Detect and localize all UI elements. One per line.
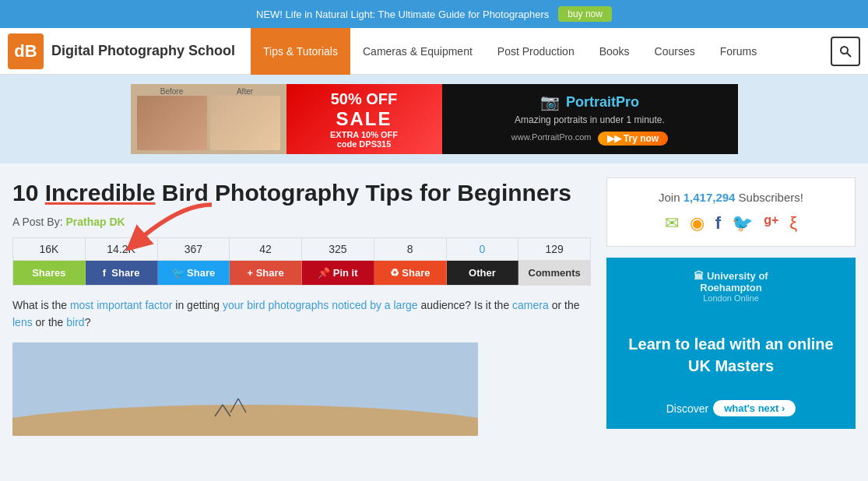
sale-ad[interactable]: 50% OFF SALE EXTRA 10% OFF code DPS315 — [286, 84, 442, 154]
portrait-ad[interactable]: 📷 PortraitPro Amazing portraits in under… — [442, 84, 738, 154]
nav-books[interactable]: Books — [587, 28, 642, 75]
svg-line-1 — [847, 53, 851, 57]
uni-subtitle: London Online — [694, 293, 768, 303]
subscribe-count: 1,417,294 — [684, 191, 736, 204]
nav-tips-tutorials[interactable]: Tips & Tutorials — [251, 28, 350, 75]
author-label: A Post By: — [12, 216, 63, 228]
sale-percent: 50% OFF — [331, 90, 398, 108]
site-logo[interactable]: dB — [8, 33, 44, 69]
count-stumble: 8 — [374, 238, 447, 260]
subscribe-text: Join 1,417,294 Subscribers! — [620, 191, 842, 204]
comments-button[interactable]: Comments — [518, 261, 590, 285]
article-image-svg — [12, 342, 478, 436]
email-icon[interactable]: ✉ — [665, 213, 679, 233]
sidebar-university-ad[interactable]: 🏛 University ofRoehampton London Online … — [606, 258, 856, 429]
intro-link-lens[interactable]: lens — [12, 316, 33, 328]
rss-icon[interactable]: ◉ — [690, 213, 705, 233]
subscribe-suffix: Subscribers! — [735, 191, 803, 204]
facebook-share-button[interactable]: f Share — [86, 261, 158, 285]
svg-point-0 — [841, 47, 848, 54]
intro-link-bird2[interactable]: bird — [66, 316, 84, 328]
count-pinterest: 325 — [302, 238, 374, 260]
stumble-share-button[interactable]: ♻ Share — [374, 261, 447, 285]
twitter-icon[interactable]: 🐦 — [732, 213, 753, 233]
before-after-ad[interactable]: Before After — [131, 84, 286, 154]
nav-links: Tips & Tutorials Cameras & Equipment Pos… — [251, 28, 831, 75]
shares-button[interactable]: Shares — [13, 261, 86, 285]
site-name: Digital Photography School — [51, 43, 235, 59]
share-counts: 16K 14.2K 367 42 325 8 0 129 — [13, 238, 590, 261]
banner-text: NEW! Life in Natural Light: The Ultimate… — [256, 9, 549, 20]
count-other: 0 — [447, 238, 519, 260]
nav-courses[interactable]: Courses — [642, 28, 708, 75]
stumbleupon-icon[interactable]: ξ — [789, 213, 797, 233]
nav-forums[interactable]: Forums — [708, 28, 769, 75]
search-icon[interactable] — [831, 37, 860, 66]
twitter-share-button[interactable]: 🐦 Share — [158, 261, 230, 285]
sale-code: code DPS315 — [337, 139, 392, 149]
sale-extra: EXTRA 10% OFF — [330, 130, 398, 139]
author-name[interactable]: Prathap DK — [65, 216, 125, 228]
uni-main-text: Learn to lead with an online UK Masters — [619, 333, 843, 377]
intro-link-camera[interactable]: camera — [512, 299, 549, 311]
main-content: 10 Incredible Bird Photography Tips for … — [0, 163, 868, 436]
discover-line: Discover what's next › — [666, 400, 796, 416]
count-shares: 16K — [13, 238, 86, 260]
pinterest-share-button[interactable]: 📌 Pin it — [302, 261, 374, 285]
portrait-url: www.PortraitPro.com — [511, 132, 592, 142]
count-google: 42 — [230, 238, 302, 260]
sale-label: SALE — [336, 108, 392, 130]
before-label: Before — [160, 87, 183, 96]
title-highlighted: Incredible — [45, 180, 156, 205]
top-banner: NEW! Life in Natural Light: The Ultimate… — [0, 0, 868, 28]
intro-link-bird[interactable]: your bird photographs — [223, 299, 329, 311]
subscribe-prefix: Join — [659, 191, 684, 204]
author-line: A Post By: Prathap DK — [12, 216, 591, 228]
article-area: 10 Incredible Bird Photography Tips for … — [12, 177, 591, 436]
count-facebook: 14.2K — [86, 238, 158, 260]
discover-label: Discover — [666, 402, 708, 415]
buy-now-button[interactable]: buy now — [558, 6, 612, 22]
whats-next-button[interactable]: what's next › — [713, 400, 796, 416]
sidebar: Join 1,417,294 Subscribers! ✉ ◉ f 🐦 g+ ξ… — [606, 177, 856, 436]
google-plus-icon[interactable]: g+ — [764, 213, 778, 233]
google-share-button[interactable]: + Share — [230, 261, 302, 285]
title-suffix: Bird Photography Tips for Beginners — [155, 180, 571, 205]
intro-link-noticed[interactable]: noticed by a large — [332, 299, 418, 311]
after-label: After — [237, 87, 253, 96]
facebook-icon[interactable]: f — [715, 213, 721, 233]
count-twitter: 367 — [158, 238, 230, 260]
other-share-button[interactable]: Other — [447, 261, 519, 285]
ad-banner: Before After 50% OFF SALE EXTRA 10% OFF … — [0, 75, 868, 163]
portrait-camera-icon: 📷 — [540, 93, 560, 111]
university-logo: 🏛 University ofRoehampton London Online — [694, 270, 768, 303]
nav-post-production[interactable]: Post Production — [485, 28, 587, 75]
nav-cameras-equipment[interactable]: Cameras & Equipment — [350, 28, 485, 75]
portrait-title: PortraitPro — [566, 94, 639, 111]
article-image: ©Prathap — [12, 342, 478, 436]
share-buttons: Shares f Share 🐦 Share + Share 📌 Pin it … — [13, 261, 590, 285]
navbar: dB Digital Photography School Tips & Tut… — [0, 28, 868, 75]
count-comments: 129 — [518, 238, 590, 260]
article-title: 10 Incredible Bird Photography Tips for … — [12, 177, 591, 208]
social-icons: ✉ ◉ f 🐦 g+ ξ — [620, 213, 842, 233]
title-prefix: 10 — [12, 180, 45, 205]
intro-link-important[interactable]: most important factor — [70, 299, 173, 311]
article-intro: What is the most important factor in get… — [12, 297, 591, 332]
share-bar: 16K 14.2K 367 42 325 8 0 129 Shares f Sh… — [12, 237, 591, 286]
try-now-button[interactable]: ▶▶ Try now — [598, 132, 669, 146]
portrait-tagline: Amazing portraits in under 1 minute. — [515, 114, 665, 125]
sidebar-subscribe: Join 1,417,294 Subscribers! ✉ ◉ f 🐦 g+ ξ — [606, 177, 856, 247]
